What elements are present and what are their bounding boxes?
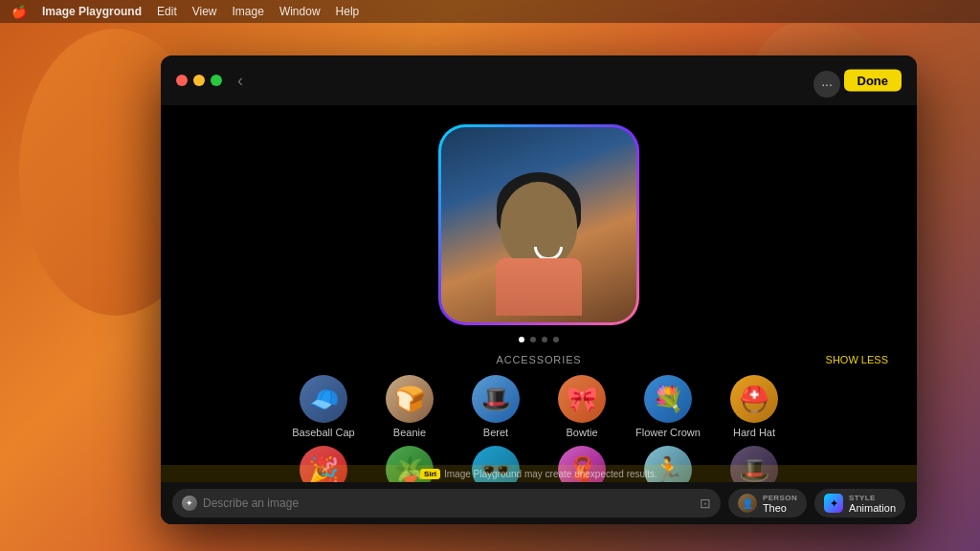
beret-icon: 🎩 [472, 375, 520, 423]
dot-1[interactable] [519, 337, 524, 342]
menu-image[interactable]: Image [233, 5, 264, 18]
menu-edit[interactable]: Edit [157, 5, 177, 18]
done-button[interactable]: Done [844, 70, 902, 92]
titlebar: ‹ ··· Done [161, 55, 917, 105]
search-placeholder: Describe an image [203, 496, 299, 510]
baseball-cap-icon: 🧢 [300, 375, 347, 423]
page-indicator [519, 337, 559, 342]
bottom-bar: ✦ Describe an image ⊡ 👤 PERSON Theo ✦ ST… [161, 482, 917, 524]
accessory-bowtie[interactable]: 🎀 Bowtie [548, 375, 615, 438]
style-label: STYLE Animation [849, 494, 896, 514]
accessories-row-1: 🧢 Baseball Cap 🍞 Beanie 🎩 Beret 🎀 Bowtie [189, 375, 888, 438]
beanie-icon: 🍞 [386, 375, 434, 423]
hard-hat-icon: ⛑️ [730, 375, 778, 423]
warning-bar: Siri Image Playground may create unexpec… [161, 465, 917, 482]
generated-image [441, 127, 636, 322]
dot-2[interactable] [530, 337, 536, 342]
menu-window[interactable]: Window [279, 5, 321, 18]
menu-view[interactable]: View [192, 5, 217, 18]
bowtie-icon: 🎀 [558, 375, 606, 423]
section-title: ACCESSORIES [496, 354, 581, 365]
baseball-cap-label: Baseball Cap [292, 427, 354, 438]
bowtie-label: Bowtie [566, 427, 597, 438]
close-button[interactable] [176, 75, 188, 86]
image-frame [438, 124, 639, 325]
app-name[interactable]: Image Playground [42, 5, 142, 18]
accessory-beanie[interactable]: 🍞 Beanie [376, 375, 443, 438]
style-selector[interactable]: ✦ STYLE Animation [814, 489, 905, 518]
avatar: 👤 [738, 494, 757, 513]
camera-icon[interactable]: ⊡ [700, 496, 711, 511]
body [496, 258, 582, 316]
style-key: STYLE [849, 494, 896, 502]
style-value: Animation [849, 502, 896, 514]
person-illustration [481, 163, 596, 316]
person-selector[interactable]: 👤 PERSON Theo [728, 489, 807, 518]
style-icon: ✦ [824, 494, 843, 513]
section-header: ACCESSORIES SHOW LESS [189, 354, 888, 365]
flower-crown-icon: 💐 [644, 375, 692, 423]
dot-3[interactable] [542, 337, 547, 342]
accessory-baseball-cap[interactable]: 🧢 Baseball Cap [290, 375, 357, 438]
beret-label: Beret [483, 427, 508, 438]
hard-hat-label: Hard Hat [733, 427, 775, 438]
beanie-label: Beanie [393, 427, 426, 438]
show-less-button[interactable]: SHOW LESS [826, 354, 888, 365]
dot-4[interactable] [553, 337, 559, 342]
person-label: PERSON Theo [763, 494, 797, 514]
search-field[interactable]: ✦ Describe an image ⊡ [172, 489, 721, 518]
accessory-flower-crown[interactable]: 💐 Flower Crown [635, 375, 702, 438]
traffic-lights [176, 75, 222, 86]
accessory-hard-hat[interactable]: ⛑️ Hard Hat [721, 375, 788, 438]
face [501, 182, 577, 268]
apple-menu[interactable]: 🍎 [11, 5, 27, 19]
app-window: ‹ ··· Done [161, 55, 917, 524]
person-value: Theo [763, 502, 797, 514]
main-content: ACCESSORIES SHOW LESS 🧢 Baseball Cap 🍞 B… [161, 105, 917, 524]
image-preview [438, 124, 639, 325]
menubar: 🍎 Image Playground Edit View Image Windo… [0, 0, 980, 23]
warning-badge: Siri [420, 469, 440, 479]
accessory-beret[interactable]: 🎩 Beret [462, 375, 529, 438]
person-key: PERSON [763, 494, 797, 502]
warning-text: Image Playground may create unexpected r… [444, 469, 657, 479]
fullscreen-button[interactable] [211, 75, 222, 86]
search-icon: ✦ [182, 496, 197, 511]
more-options-button[interactable]: ··· [813, 71, 840, 98]
menu-help[interactable]: Help [336, 5, 360, 18]
flower-crown-label: Flower Crown [635, 427, 701, 438]
minimize-button[interactable] [193, 75, 205, 86]
back-button[interactable]: ‹ [237, 71, 243, 91]
